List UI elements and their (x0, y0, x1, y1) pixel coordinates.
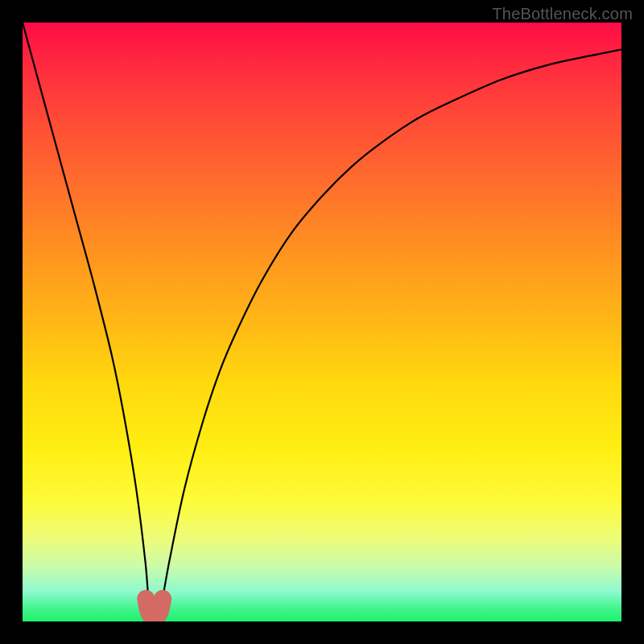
plot-area (23, 23, 621, 621)
watermark-text: TheBottleneck.com (492, 5, 633, 23)
u-marker (146, 599, 163, 617)
chart-frame: TheBottleneck.com (0, 0, 644, 644)
curve-layer (23, 23, 621, 621)
bottleneck-curve (23, 23, 621, 621)
